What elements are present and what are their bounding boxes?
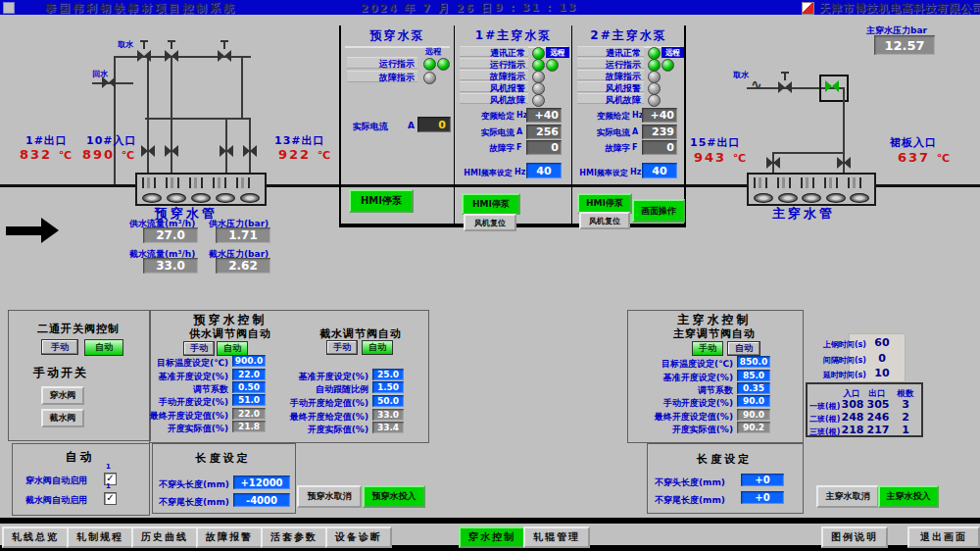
main-coef-field[interactable]: 0.35: [737, 382, 770, 394]
pipe: [843, 87, 845, 154]
cutoff-flow-value: 33.0: [143, 258, 198, 274]
no-pierce-tail-field[interactable]: -4000: [233, 493, 290, 507]
main-auto-button[interactable]: 自动: [727, 341, 760, 356]
cut-manual-open-field[interactable]: 50.0: [372, 395, 404, 407]
pre-water-engage-button[interactable]: 预穿水投入: [363, 485, 425, 508]
pump-title: 1#主穿水泵: [460, 27, 567, 48]
valve-icon: [165, 145, 178, 157]
row-label: 手动开度设定(%): [135, 396, 228, 409]
nozzle-icon: [240, 193, 260, 203]
row-label: 基准开度设定(%): [280, 371, 368, 383]
nozzle-row: [754, 193, 869, 202]
pre-base-open-field[interactable]: 22.0: [232, 369, 266, 380]
no-pierce-tail-field[interactable]: +0: [741, 491, 784, 504]
valve-icon: [218, 50, 231, 62]
hmi-stop-pump-button[interactable]: HMI停泵: [577, 193, 632, 214]
status-light: [423, 58, 436, 71]
pre-actual-open-value: 21.8: [232, 421, 266, 432]
temp-point-name: 10#入口: [86, 133, 137, 148]
count-in: 248: [839, 411, 866, 424]
status-row-label: 风机报警: [577, 81, 644, 92]
count-diff: 3: [894, 398, 917, 411]
fan-reset-button[interactable]: 风机复位: [579, 212, 630, 229]
row-label: 最终开度设定值(%): [135, 410, 228, 423]
analog-label: 故障字: [458, 143, 514, 155]
screen-operate-button[interactable]: 画面操作: [632, 199, 685, 223]
pipe-bars: [142, 177, 260, 188]
main-base-open-field[interactable]: 85.0: [737, 370, 770, 381]
cutoff-auto-checkbox[interactable]: ✓: [104, 492, 117, 505]
main-manual-open-field[interactable]: 90.0: [737, 395, 770, 407]
status-light: [423, 72, 436, 84]
nozzle-icon: [167, 193, 186, 203]
row-label: 自动跟随比例: [280, 383, 368, 396]
main-target-temp-field[interactable]: 850.0: [737, 356, 770, 368]
pre-water-cancel-button[interactable]: 预穿水取消: [297, 485, 362, 508]
pre-coef-field[interactable]: 0.50: [232, 381, 266, 393]
pierce-valve-button[interactable]: 穿水阀: [41, 386, 84, 405]
main-water-cancel-button[interactable]: 主穿水取消: [816, 485, 879, 508]
nav-rolling-schedule[interactable]: 轧制规程: [67, 526, 133, 548]
two-way-auto-button[interactable]: 自动: [84, 339, 123, 356]
intake-label: 取水: [118, 39, 133, 50]
status-light: [532, 94, 545, 107]
divider: [571, 25, 572, 226]
row-label: 调节系数: [135, 383, 228, 396]
no-pierce-head-field[interactable]: +12000: [233, 476, 290, 489]
nav-exit-screen[interactable]: 退出画面: [907, 526, 980, 548]
row-header: 三班(根): [809, 426, 843, 437]
analog-label: 故障字: [575, 143, 630, 155]
main-pipe-label: 主穿水管: [772, 205, 835, 223]
current-value: 0: [417, 117, 451, 132]
valve-icon: [766, 157, 780, 169]
nav-equipment-diag[interactable]: 设备诊断: [325, 526, 392, 548]
divider: [684, 25, 686, 226]
main-water-engage-button[interactable]: 主穿水投入: [878, 485, 939, 508]
analog-unit: A: [408, 121, 415, 130]
pre-manual-button[interactable]: 手动: [183, 341, 215, 356]
freq-setpoint-field[interactable]: 40: [642, 163, 677, 178]
nav-water-control[interactable]: 穿水控制: [459, 526, 525, 548]
pre-manual-open-field[interactable]: 51.0: [232, 394, 266, 406]
count-in: 308: [839, 398, 866, 411]
manual-switch-title: 手动开关: [33, 365, 88, 381]
valve-icon: [137, 50, 151, 62]
row-header: 二班(根): [809, 414, 843, 425]
nav-roll-management[interactable]: 轧辊管理: [523, 526, 590, 548]
nav-looper-params[interactable]: 活套参数: [261, 526, 327, 548]
pump-panel-main2: 2#主穿水泵 通讯正常 远程 运行指示 故障指示 风机报警 风机故障 变频给定 …: [573, 25, 684, 225]
row-label: 手动开度设定(%): [635, 397, 733, 410]
cut-auto-button[interactable]: 自动: [362, 340, 393, 355]
nav-line-overview[interactable]: 轧线总览: [2, 526, 69, 548]
analog-label: 实际电流: [575, 127, 630, 139]
pump-title: 预穿水泵: [345, 27, 450, 48]
status-row-label: 运行指示: [577, 58, 644, 69]
pre-auto-button[interactable]: 自动: [217, 341, 248, 356]
temp-point-value: 890 ℃: [82, 147, 136, 162]
hmi-stop-pump-button[interactable]: HMI停泵: [349, 189, 414, 213]
freq-setpoint-field[interactable]: 40: [526, 163, 562, 178]
two-way-manual-button[interactable]: 手动: [41, 339, 78, 355]
count-out: 305: [864, 398, 892, 411]
nav-fault-alarm[interactable]: 故障报警: [196, 526, 263, 548]
pre-target-temp-field[interactable]: 900.0: [232, 355, 266, 367]
cut-base-open-field[interactable]: 25.0: [372, 369, 404, 380]
pipe: [772, 152, 845, 154]
temp-point-value: 922 ℃: [278, 147, 332, 162]
freq-ref-value: +40: [642, 108, 677, 123]
no-pierce-head-field[interactable]: +0: [741, 474, 784, 486]
nav-history-curve[interactable]: 历史曲线: [131, 526, 198, 548]
fan-reset-button[interactable]: 风机复位: [464, 214, 516, 231]
count-diff: 1: [894, 424, 917, 436]
cut-manual-button[interactable]: 手动: [326, 340, 358, 355]
status-row-label: 运行指示: [347, 57, 417, 69]
nozzle-icon: [778, 193, 798, 203]
main-manual-button[interactable]: 手动: [692, 341, 723, 356]
nav-legend[interactable]: 图例说明: [821, 526, 888, 548]
pump-panel-main1: 1#主穿水泵 通讯正常 远程 运行指示 故障指示 风机报警 风机故障 变频给定 …: [456, 25, 571, 225]
hmi-stop-pump-button[interactable]: HMI停泵: [462, 193, 520, 215]
time-display: 9 : 31 : 13: [495, 1, 577, 14]
cutoff-valve-button[interactable]: 截水阀: [41, 409, 84, 427]
length-main-title: 长度设定: [647, 452, 802, 467]
cut-follow-ratio-field[interactable]: 1.50: [372, 381, 404, 393]
